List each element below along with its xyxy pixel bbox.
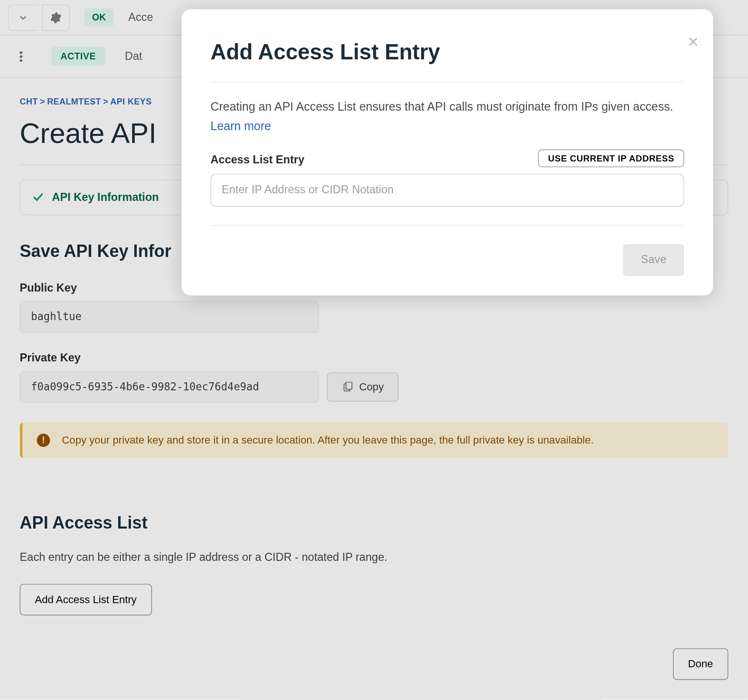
modal-add-access-list: × Add Access List Entry Creating an API … bbox=[182, 9, 713, 295]
close-icon: × bbox=[688, 32, 699, 52]
divider bbox=[211, 82, 684, 82]
access-entry-label: Access List Entry bbox=[211, 152, 305, 168]
modal-description: Creating an API Access List ensures that… bbox=[211, 98, 684, 116]
learn-more-link[interactable]: Learn more bbox=[211, 119, 271, 135]
use-current-ip-button[interactable]: USE CURRENT IP ADDRESS bbox=[538, 150, 684, 167]
modal-title: Add Access List Entry bbox=[211, 37, 684, 67]
save-button[interactable]: Save bbox=[623, 245, 684, 276]
modal-close-button[interactable]: × bbox=[688, 33, 699, 51]
ip-address-input[interactable] bbox=[211, 174, 684, 207]
